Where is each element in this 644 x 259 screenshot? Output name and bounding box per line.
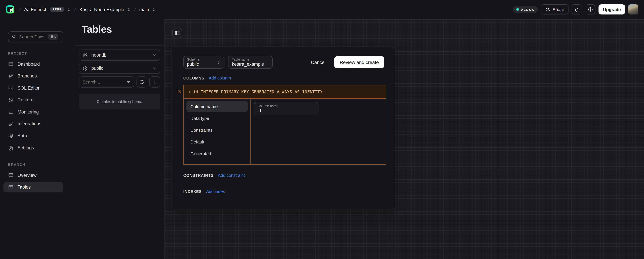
status-badge[interactable]: ALL OK: [513, 6, 538, 13]
browser-icon: [8, 172, 14, 178]
sidebar-item-tables[interactable]: Tables: [3, 182, 63, 192]
chart-icon: [8, 109, 14, 114]
dashboard-icon: [8, 61, 14, 67]
sidebar-item-label: Auth: [18, 133, 27, 138]
sidebar-item-sql-editor[interactable]: SQL Editor: [3, 83, 63, 93]
sidebar-item-monitoring[interactable]: Monitoring: [3, 107, 63, 117]
database-value: neondb: [91, 52, 106, 58]
help-button[interactable]: [585, 4, 596, 14]
collapse-panel-button[interactable]: [172, 28, 182, 38]
upgrade-button[interactable]: Upgrade: [599, 4, 625, 14]
cancel-button[interactable]: Cancel: [311, 59, 326, 65]
breadcrumb-separator: /: [74, 6, 77, 13]
table-name-field[interactable]: Table name: [228, 56, 273, 69]
sidebar-item-label: Integrations: [18, 121, 41, 126]
modal-actions: Cancel Review and create: [311, 56, 384, 69]
table-icon: [8, 184, 14, 190]
remove-column-button[interactable]: [176, 88, 182, 94]
panel-divider: [74, 45, 165, 46]
column-name-field[interactable]: Column name: [254, 102, 318, 115]
upgrade-label: Upgrade: [603, 7, 621, 12]
tables-search-input[interactable]: [82, 79, 120, 84]
tables-search[interactable]: [79, 76, 134, 88]
history-icon: [8, 97, 14, 103]
sidebar-item-label: Settings: [18, 145, 34, 150]
breadcrumb-project[interactable]: Kestra-Neon-Example: [79, 7, 131, 12]
neon-logo[interactable]: [6, 5, 14, 14]
search-icon: [12, 34, 16, 39]
sidebar-item-settings[interactable]: Settings: [3, 143, 63, 153]
git-branch-icon: [8, 73, 14, 79]
table-name-input[interactable]: [232, 62, 269, 67]
tab-generated[interactable]: Generated: [186, 148, 248, 159]
sidebar-item-branches[interactable]: Branches: [3, 71, 63, 81]
sidebar-item-overview[interactable]: Overview: [3, 170, 63, 180]
indexes-label: INDEXES: [183, 190, 202, 194]
search-shortcut-badge: ⌘K: [48, 34, 58, 40]
column-name-label: Column name: [258, 104, 315, 108]
database-select[interactable]: neondb: [79, 49, 160, 61]
tab-default[interactable]: Default: [186, 136, 248, 147]
sidebar-item-label: Overview: [18, 173, 36, 178]
tab-constraints[interactable]: Constraints: [186, 125, 248, 135]
chevron-updown-icon: [217, 60, 221, 66]
sidebar-item-label: SQL Editor: [18, 85, 40, 90]
sidebar-item-auth[interactable]: Auth: [3, 131, 63, 141]
plus-icon: [152, 79, 158, 84]
app-root: / AJ Emerich FREE / Kestra-Neon-Example …: [0, 0, 644, 259]
breadcrumb-org[interactable]: AJ Emerich FREE: [24, 7, 71, 12]
notifications-button[interactable]: [572, 4, 582, 14]
user-avatar[interactable]: [628, 4, 638, 14]
add-index-link[interactable]: Add index: [206, 189, 225, 194]
breadcrumb-separator: /: [134, 6, 137, 13]
integrations-icon: [8, 121, 14, 126]
add-constraint-link[interactable]: Add constraint: [218, 173, 245, 178]
schema-canvas: Schema public Table name Cancel Review a…: [165, 19, 644, 259]
sidebar-section-branch: BRANCH: [8, 163, 25, 166]
branch-name: main: [139, 7, 149, 12]
tables-empty-state: 0 tables in public schema: [79, 94, 160, 109]
chevron-down-icon: [152, 53, 157, 57]
breadcrumb-branch[interactable]: main: [139, 7, 156, 12]
plan-badge: FREE: [50, 7, 64, 12]
refresh-icon: [139, 79, 144, 84]
chevron-updown-icon[interactable]: [67, 7, 71, 12]
database-icon: [82, 52, 88, 58]
chevron-updown-icon[interactable]: [152, 7, 156, 12]
schema-icon: [82, 65, 88, 71]
gear-icon: [8, 145, 14, 150]
column-editor-content: Column name: [251, 99, 386, 164]
page-title: Tables: [82, 23, 112, 35]
project-name: Kestra-Neon-Example: [79, 7, 124, 12]
column-name-input[interactable]: [258, 108, 315, 113]
schema-select[interactable]: public: [79, 63, 160, 74]
status-dot: [516, 8, 519, 11]
tab-data-type[interactable]: Data type: [186, 113, 248, 124]
sidebar-item-label: Tables: [18, 185, 31, 190]
schema-field[interactable]: Schema public: [183, 56, 224, 69]
breadcrumb-separator: /: [18, 6, 22, 13]
refresh-button[interactable]: [136, 76, 147, 88]
chevron-updown-icon[interactable]: [126, 7, 131, 12]
docs-search[interactable]: ⌘K: [8, 31, 63, 42]
add-table-button[interactable]: [150, 76, 160, 88]
column-editor-tabs: Column name Data type Constraints Defaul…: [184, 99, 251, 164]
sidebar-item-label: Monitoring: [18, 109, 39, 114]
status-label: ALL OK: [521, 7, 534, 11]
sidebar: ⌘K PROJECT Dashboard Branches SQL Editor…: [0, 19, 74, 259]
share-button[interactable]: Share: [541, 4, 568, 14]
close-icon: [176, 89, 182, 94]
tab-column-name[interactable]: Column name: [186, 101, 248, 112]
review-and-create-button[interactable]: Review and create: [334, 56, 384, 68]
docs-search-input[interactable]: [19, 34, 46, 39]
column-ddl-preview: + id INTEGER PRIMARY KEY GENERATED ALWAY…: [184, 85, 386, 99]
sidebar-item-dashboard[interactable]: Dashboard: [3, 59, 63, 69]
filter-icon[interactable]: [126, 80, 130, 84]
sidebar-item-label: Restore: [18, 97, 34, 102]
sidebar-item-label: Branches: [18, 73, 37, 78]
sidebar-item-restore[interactable]: Restore: [3, 95, 63, 105]
columns-section-header: COLUMNS Add column: [183, 76, 231, 80]
sidebar-section-project: PROJECT: [8, 51, 27, 55]
sidebar-item-integrations[interactable]: Integrations: [3, 119, 63, 129]
add-column-link[interactable]: Add column: [209, 76, 231, 80]
